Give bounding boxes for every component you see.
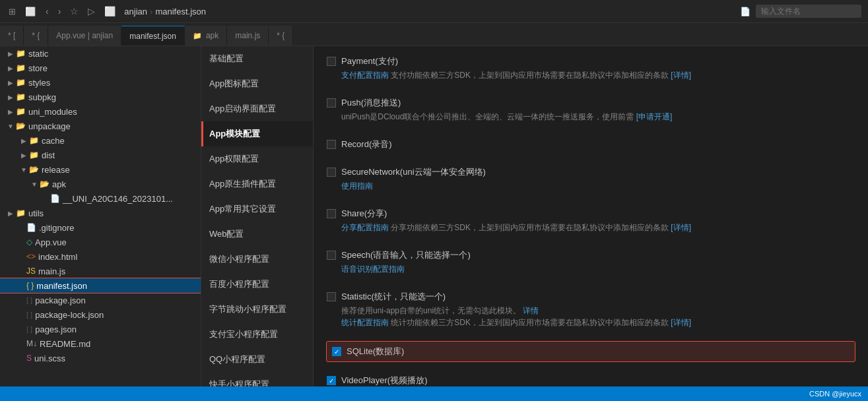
tab-0[interactable]: * [	[0, 26, 24, 46]
nav-app-other-settings[interactable]: App常用其它设置	[201, 197, 313, 222]
file-open-icon[interactable]: 📄	[740, 6, 751, 16]
module-record-checkbox[interactable]	[327, 140, 336, 149]
nav-alipay-miniprogram[interactable]: 支付宝小程序配置	[201, 322, 313, 347]
nav-app-modules[interactable]: App模块配置	[201, 121, 313, 146]
folder-icon: 📁	[16, 63, 26, 73]
tree-item-index-html[interactable]: <> index.html	[0, 249, 201, 264]
folder-icon: 📁	[16, 107, 26, 116]
tree-item-utils[interactable]: ▶ 📁 utils	[0, 206, 201, 220]
module-share-checkbox[interactable]	[327, 209, 336, 218]
folder-icon: 📁	[193, 32, 202, 40]
module-securenetwork-checkbox[interactable]	[327, 168, 336, 177]
payment-guide-link[interactable]: 支付配置指南	[341, 71, 389, 80]
nav-kuaishou-miniprogram[interactable]: 快手小程序配置	[201, 372, 313, 386]
tab-1[interactable]: * {	[24, 26, 48, 46]
file-icon[interactable]: ⬜	[25, 6, 36, 16]
tab-manifest-json[interactable]: manifest.json	[121, 26, 185, 46]
nav-app-splash[interactable]: App启动界面配置	[201, 96, 313, 121]
tree-item-static[interactable]: ▶ 📁 static	[0, 46, 201, 61]
nav-web-config[interactable]: Web配置	[201, 222, 313, 247]
statistic-detail-link1[interactable]: 详情	[523, 306, 539, 315]
titlebar-icons: ⊞ ⬜	[7, 6, 36, 16]
bookmark-button[interactable]: ☆	[67, 5, 82, 18]
module-statistic-label: Statistic(统计，只能选一个)	[341, 291, 446, 303]
nav-wechat-miniprogram[interactable]: 微信小程序配置	[201, 247, 313, 272]
file-search-input[interactable]	[756, 5, 861, 18]
nav-bytedance-miniprogram[interactable]: 字节跳动小程序配置	[201, 297, 313, 322]
tree-item-main-js[interactable]: JS main.js	[0, 264, 201, 278]
run-button[interactable]: ▷	[84, 5, 98, 18]
statistic-guide-link[interactable]: 统计配置指南	[341, 318, 389, 327]
module-securenetwork-desc: 使用指南	[327, 180, 855, 192]
forward-button[interactable]: ›	[55, 5, 65, 18]
nav-app-icon[interactable]: App图标配置	[201, 71, 313, 96]
module-payment-desc: 支付配置指南 支付功能依赖三方SDK，上架到国内应用市场需要在隐私协议中添加相应…	[327, 69, 855, 81]
tree-item-pages-json[interactable]: [ ] pages.json	[0, 322, 201, 336]
file-icon: 📄	[50, 194, 60, 203]
tab-main-js[interactable]: main.js	[227, 26, 269, 46]
tree-item-subpkg[interactable]: ▶ 📁 subpkg	[0, 90, 201, 104]
tree-item-release[interactable]: ▼ 📂 release	[0, 162, 201, 177]
tree-item-styles[interactable]: ▶ 📁 styles	[0, 75, 201, 90]
statusbar-text: CSDN @jieyucx	[809, 390, 861, 398]
tree-item-uni-file[interactable]: 📄 __UNI_A20C146_2023101...	[0, 191, 201, 206]
module-record-label: Record(录音)	[341, 139, 392, 150]
nav-app-native-plugins[interactable]: App原生插件配置	[201, 171, 313, 197]
tree-item-dist[interactable]: ▶ 📁 dist	[0, 148, 201, 162]
md-file-icon: M↓	[26, 339, 37, 348]
module-statistic-row: Statistic(统计，只能选一个)	[327, 291, 855, 303]
tab-last[interactable]: * {	[269, 26, 293, 46]
js-file-icon: JS	[26, 266, 36, 276]
module-push-label: Push(消息推送)	[341, 97, 401, 109]
tree-item-gitignore[interactable]: 📄 .gitignore	[0, 220, 201, 235]
tree-item-app-vue[interactable]: ◇ App.vue	[0, 235, 201, 249]
tree-item-apk-folder[interactable]: ▼ 📂 apk	[0, 177, 201, 191]
tree-item-uni-modules[interactable]: ▶ 📁 uni_modules	[0, 104, 201, 119]
tree-item-cache[interactable]: ▶ 📁 cache	[0, 133, 201, 148]
nav-baidu-miniprogram[interactable]: 百度小程序配置	[201, 272, 313, 297]
tree-item-unpackage[interactable]: ▼ 📂 unpackage	[0, 119, 201, 133]
tree-item-readme-md[interactable]: M↓ README.md	[0, 336, 201, 351]
back-button[interactable]: ‹	[42, 5, 52, 18]
tab-app-vue[interactable]: App.vue | anjian	[48, 26, 121, 46]
share-detail-link[interactable]: [详情]	[671, 223, 691, 232]
module-sqlite-label: SQLite(数据库)	[347, 346, 404, 357]
tree-item-manifest-json[interactable]: { } manifest.json	[0, 278, 201, 293]
module-sqlite-row: SQLite(数据库)	[332, 346, 850, 357]
window-button[interactable]: ⬜	[101, 5, 119, 18]
module-videoplayer-label: VideoPlayer(视频播放)	[341, 375, 428, 386]
module-sqlite-checkbox[interactable]	[332, 347, 341, 356]
push-apply-link[interactable]: [申请开通]	[636, 112, 673, 121]
arrow-icon: ▶	[18, 137, 29, 144]
statistic-detail-link2[interactable]: [详情]	[671, 318, 691, 327]
module-speech-row: Speech(语音输入，只能选择一个)	[327, 249, 855, 261]
nav-basic-config[interactable]: 基础配置	[201, 46, 313, 71]
module-payment-checkbox[interactable]	[327, 57, 336, 66]
securenetwork-guide-link[interactable]: 使用指南	[341, 181, 373, 191]
module-speech-checkbox[interactable]	[327, 251, 336, 260]
module-share-row: Share(分享)	[327, 208, 855, 220]
payment-detail-link[interactable]: [详情]	[671, 71, 691, 80]
tree-item-package-json[interactable]: [ ] package.json	[0, 293, 201, 307]
bracket-icon: [ ]	[26, 296, 32, 304]
statusbar: CSDN @jieyucx	[0, 386, 868, 401]
module-statistic-checkbox[interactable]	[327, 292, 336, 301]
tree-item-uni-scss[interactable]: S uni.scss	[0, 351, 201, 365]
module-securenetwork-row: SecureNetwork(uni云端一体安全网络)	[327, 166, 855, 178]
module-payment-row: Payment(支付)	[327, 55, 855, 67]
grid-icon[interactable]: ⊞	[7, 6, 17, 16]
share-guide-link[interactable]: 分享配置指南	[341, 223, 389, 232]
tree-item-package-lock-json[interactable]: [ ] package-lock.json	[0, 307, 201, 322]
tree-item-store[interactable]: ▶ 📁 store	[0, 61, 201, 75]
module-push-checkbox[interactable]	[327, 98, 336, 108]
module-securenetwork: SecureNetwork(uni云端一体安全网络) 使用指南	[327, 164, 855, 195]
nav-qq-miniprogram[interactable]: QQ小程序配置	[201, 347, 313, 372]
speech-guide-link[interactable]: 语音识别配置指南	[341, 264, 405, 274]
folder-open-icon: 📂	[29, 165, 39, 174]
arrow-icon: ▼	[29, 181, 40, 188]
tab-apk[interactable]: 📁 apk	[185, 26, 227, 46]
module-videoplayer-checkbox[interactable]	[327, 376, 336, 385]
module-config-content: Payment(支付) 支付配置指南 支付功能依赖三方SDK，上架到国内应用市场…	[314, 46, 868, 386]
nav-app-permissions[interactable]: App权限配置	[201, 146, 313, 171]
html-file-icon: <>	[26, 252, 36, 261]
